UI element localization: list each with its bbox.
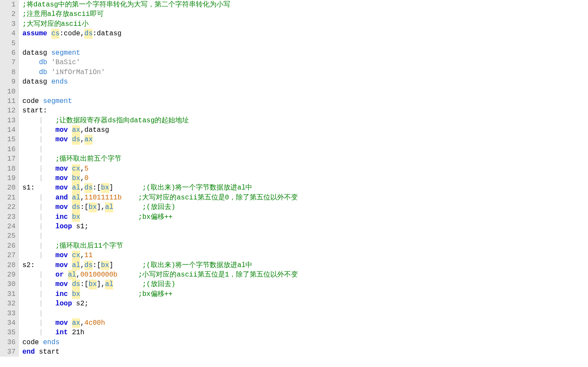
code-token: 5 xyxy=(84,164,89,174)
code-line[interactable]: | inc bx ;bx偏移++ xyxy=(22,212,588,222)
code-token xyxy=(22,222,39,231)
code-line[interactable]: ;将datasg中的第一个字符串转化为大写，第二个字符串转化为小写 xyxy=(22,0,588,9)
code-token xyxy=(43,202,56,212)
line-number: 27 xyxy=(0,251,15,260)
code-token: | xyxy=(39,125,43,135)
code-line[interactable]: | ;让数据段寄存器ds指向datasg的起始地址 xyxy=(22,116,588,125)
line-number: 13 xyxy=(0,116,15,125)
code-token: ], xyxy=(97,202,105,212)
code-line[interactable]: datasg ends xyxy=(22,77,588,87)
code-token: datasg xyxy=(22,77,51,87)
code-token xyxy=(118,270,138,280)
code-line[interactable]: | or al,00100000b ;小写对应的ascii第五位是1，除了第五位… xyxy=(22,270,588,280)
code-line[interactable]: ;注意用al存放ascii即可 xyxy=(22,9,588,19)
code-token xyxy=(22,231,39,241)
code-token: al xyxy=(72,193,80,202)
code-token: segment xyxy=(51,48,80,58)
code-token: s2: xyxy=(22,261,56,270)
code-token: bx xyxy=(72,289,80,299)
code-token xyxy=(68,135,72,144)
code-token: ax xyxy=(84,135,93,144)
code-token xyxy=(113,202,142,212)
code-line[interactable]: assume cs:code,ds:datasg xyxy=(22,29,588,38)
code-line[interactable]: db 'iNfOrMaTiOn' xyxy=(22,68,588,77)
code-line[interactable]: s1: mov al,ds:[bx] ;(取出来)将一个字节数据放进al中 xyxy=(22,183,588,193)
code-line[interactable]: | loop s1; xyxy=(22,222,588,231)
code-line[interactable]: code segment xyxy=(22,96,588,106)
code-line[interactable]: | mov ds:[bx],al ;(放回去) xyxy=(22,280,588,289)
code-token: | xyxy=(39,289,43,299)
code-token xyxy=(47,29,52,38)
code-token xyxy=(43,299,56,308)
code-line[interactable]: | mov ax,datasg xyxy=(22,125,588,135)
line-number-gutter: 1234567891011121314151617181920212223242… xyxy=(0,0,19,357)
code-token: al xyxy=(72,261,80,270)
code-line[interactable]: ;大写对应的ascii小 xyxy=(22,19,588,29)
code-token: 00100000b xyxy=(80,270,117,280)
line-number: 24 xyxy=(0,222,15,231)
code-token xyxy=(43,241,56,251)
code-token: 'BaSic' xyxy=(51,58,80,67)
code-line[interactable]: | and al,11011111b ;大写对应的ascii第五位是0，除了第五… xyxy=(22,193,588,202)
code-line[interactable]: db 'BaSic' xyxy=(22,58,588,67)
code-token xyxy=(43,289,56,299)
code-token: s1: xyxy=(22,183,56,193)
code-token: ds xyxy=(72,135,80,144)
code-token: ;(取出来)将一个字节数据放进al中 xyxy=(142,261,252,270)
code-token xyxy=(22,299,39,308)
code-token: | xyxy=(39,154,43,164)
code-token: mov xyxy=(56,280,68,289)
code-token: ds xyxy=(72,202,80,212)
code-line[interactable]: s2: mov al,ds:[bx] ;(取出来)将一个字节数据放进al中 xyxy=(22,261,588,270)
code-token xyxy=(43,154,56,164)
code-line[interactable]: | mov ax,4c00h xyxy=(22,318,588,328)
code-token: ] xyxy=(109,261,142,270)
code-line[interactable]: | xyxy=(22,309,588,318)
line-number: 4 xyxy=(0,29,15,38)
line-number: 12 xyxy=(0,106,15,115)
code-token: bx xyxy=(72,174,80,183)
code-line[interactable]: | mov cx,11 xyxy=(22,251,588,260)
code-line[interactable]: code ends xyxy=(22,338,588,347)
code-line[interactable]: | ;循环取出前五个字节 xyxy=(22,154,588,164)
code-line[interactable]: start: xyxy=(22,106,588,115)
code-line[interactable]: | xyxy=(22,231,588,241)
code-line[interactable]: end start xyxy=(22,347,588,357)
code-line[interactable]: | mov ds,ax xyxy=(22,135,588,144)
code-token: al xyxy=(72,183,80,193)
code-line[interactable]: | mov bx,0 xyxy=(22,174,588,183)
code-token xyxy=(68,125,72,135)
code-line[interactable]: | ;循环取出后11个字节 xyxy=(22,241,588,251)
code-token: and xyxy=(56,193,68,202)
code-token: | xyxy=(39,270,43,280)
code-token: ;注意用al存放ascii即可 xyxy=(22,9,104,19)
line-number: 16 xyxy=(0,145,15,154)
line-number: 32 xyxy=(0,299,15,308)
code-token: al xyxy=(68,270,76,280)
code-line[interactable] xyxy=(22,87,588,96)
code-line[interactable]: | loop s2; xyxy=(22,299,588,308)
code-token: cx xyxy=(72,251,80,260)
code-token xyxy=(43,270,56,280)
code-line[interactable]: | xyxy=(22,145,588,154)
code-editor-content[interactable]: ;将datasg中的第一个字符串转化为大写，第二个字符串转化为小写;注意用al存… xyxy=(19,0,588,357)
code-line[interactable]: | mov ds:[bx],al ;(放回去) xyxy=(22,202,588,212)
code-line[interactable]: | mov cx,5 xyxy=(22,164,588,174)
code-line[interactable]: | int 21h xyxy=(22,328,588,337)
code-line[interactable]: datasg segment xyxy=(22,48,588,58)
code-token: | xyxy=(39,231,43,241)
code-token xyxy=(22,241,39,251)
code-token xyxy=(43,193,56,202)
code-token: | xyxy=(39,193,43,202)
code-token: 4c00h xyxy=(84,318,105,328)
code-token xyxy=(68,174,72,183)
code-token xyxy=(68,261,72,270)
line-number: 11 xyxy=(0,96,15,106)
code-token: :[ xyxy=(80,202,88,212)
code-token: s1; xyxy=(72,222,88,231)
code-token: cx xyxy=(72,164,80,174)
code-token xyxy=(68,164,72,174)
code-line[interactable] xyxy=(22,39,588,48)
code-token: :datasg xyxy=(93,29,121,38)
code-line[interactable]: | inc bx ;bx偏移++ xyxy=(22,289,588,299)
